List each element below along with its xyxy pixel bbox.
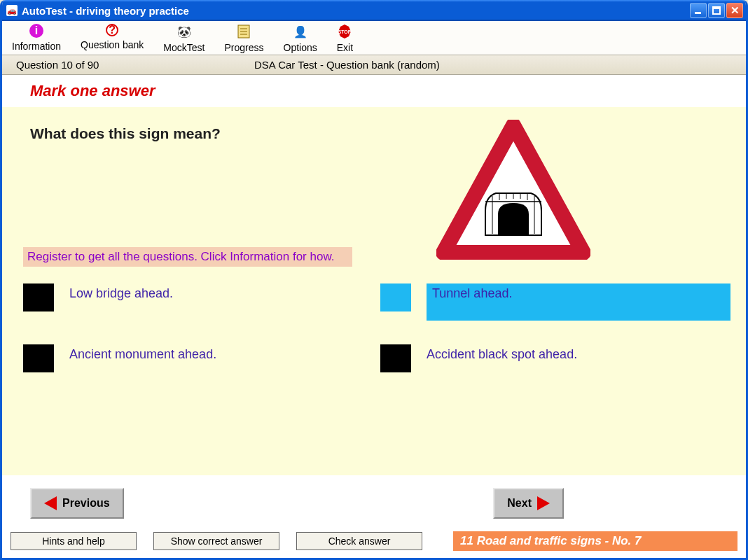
svg-rect-0: [695, 12, 701, 14]
minimize-icon: [694, 6, 702, 15]
svg-rect-2: [713, 7, 720, 9]
category-label: 11 Road and traffic signs - No. 7: [453, 531, 737, 551]
menu-label: MockTest: [163, 42, 205, 53]
menu-label: Options: [284, 42, 317, 53]
answer-option-a[interactable]: Low bridge ahead.: [23, 284, 373, 321]
svg-text:STOP: STOP: [338, 29, 352, 34]
answer-checkbox[interactable]: [23, 344, 54, 372]
options-icon: 👤: [293, 24, 308, 39]
button-label: Previous: [62, 497, 110, 510]
menu-label: Exit: [337, 42, 353, 53]
menu-progress[interactable]: Progress: [214, 24, 273, 53]
status-bar: Question 10 of 90 DSA Car Test - Questio…: [2, 55, 746, 75]
arrow-left-icon: [44, 496, 57, 510]
menu-exit[interactable]: STOP Exit: [327, 24, 363, 53]
register-banner: Register to get all the questions. Click…: [23, 247, 352, 267]
answers-grid: Low bridge ahead. Tunnel ahead. Ancient …: [23, 284, 725, 372]
titlebar: 🚗 AutoTest - driving theory practice ✕: [2, 0, 746, 21]
menu-label: Progress: [224, 42, 263, 53]
answer-text: Low bridge ahead.: [69, 284, 173, 301]
window-title: AutoTest - driving theory practice: [22, 5, 690, 17]
close-icon: ✕: [730, 4, 740, 17]
content-area: Mark one answer What does this sign mean…: [2, 75, 746, 558]
answer-checkbox[interactable]: [380, 344, 411, 372]
menu-label: Information: [12, 41, 61, 52]
progress-icon: [236, 24, 251, 39]
instruction-text: Mark one answer: [2, 75, 746, 107]
menu-label: Question bank: [81, 39, 144, 50]
button-label: Next: [507, 497, 532, 510]
question-counter: Question 10 of 90: [16, 59, 254, 71]
check-answer-button[interactable]: Check answer: [296, 532, 422, 550]
next-button[interactable]: Next: [493, 488, 564, 519]
mock-test-icon: 🐼: [176, 24, 192, 39]
question-bank-icon: ?: [106, 24, 118, 36]
answer-option-b[interactable]: Tunnel ahead.: [380, 284, 730, 321]
close-button[interactable]: ✕: [726, 3, 743, 18]
answer-text: Ancient monument ahead.: [69, 344, 216, 362]
app-icon: 🚗: [6, 5, 18, 16]
show-correct-button[interactable]: Show correct answer: [153, 532, 279, 550]
window-controls: ✕: [690, 3, 743, 18]
nav-row: Previous Next: [2, 475, 746, 531]
maximize-button[interactable]: [708, 3, 725, 18]
hints-button[interactable]: Hints and help: [11, 532, 137, 550]
answer-option-c[interactable]: Ancient monument ahead.: [23, 344, 373, 372]
arrow-right-icon: [537, 496, 550, 510]
previous-button[interactable]: Previous: [30, 488, 124, 519]
menu-information[interactable]: i Information: [2, 24, 71, 53]
exit-icon: STOP: [337, 24, 352, 39]
information-icon: i: [29, 24, 43, 38]
bank-label: DSA Car Test - Question bank (random): [254, 59, 440, 71]
app-window: 🚗 AutoTest - driving theory practice ✕ i…: [0, 0, 748, 560]
menu-options[interactable]: 👤 Options: [274, 24, 327, 53]
road-sign-image: [436, 120, 590, 260]
answer-text: Accident black spot ahead.: [427, 344, 577, 362]
menu-mock-test[interactable]: 🐼 MockTest: [153, 24, 214, 53]
maximize-icon: [712, 6, 721, 15]
answer-option-d[interactable]: Accident black spot ahead.: [380, 344, 730, 372]
question-area: What does this sign mean? Register to ge…: [2, 107, 746, 475]
question-text: What does this sign mean?: [23, 120, 387, 142]
bottom-row: Hints and help Show correct answer Check…: [2, 531, 746, 558]
menubar: i Information ? Question bank 🐼 MockTest…: [2, 21, 746, 55]
answer-checkbox[interactable]: [380, 284, 411, 312]
answer-text: Tunnel ahead.: [432, 286, 512, 300]
menu-question-bank[interactable]: ? Question bank: [71, 24, 153, 53]
answer-checkbox[interactable]: [23, 284, 54, 312]
minimize-button[interactable]: [690, 3, 707, 18]
